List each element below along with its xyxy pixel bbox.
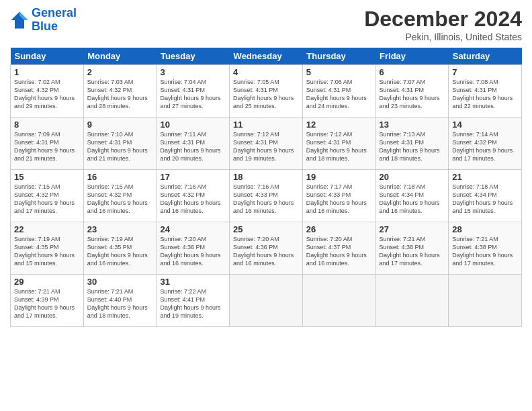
day-info: Sunrise: 7:14 AMSunset: 4:32 PMDaylight … <box>452 130 518 163</box>
calendar-cell: 26Sunrise: 7:20 AMSunset: 4:37 PMDayligh… <box>302 222 375 275</box>
day-number: 24 <box>160 224 226 234</box>
calendar-cell: 25Sunrise: 7:20 AMSunset: 4:36 PMDayligh… <box>230 222 303 275</box>
day-info: Sunrise: 7:19 AMSunset: 4:35 PMDaylight … <box>87 235 153 268</box>
day-info: Sunrise: 7:11 AMSunset: 4:31 PMDaylight … <box>160 130 226 163</box>
calendar-cell: 5Sunrise: 7:06 AMSunset: 4:31 PMDaylight… <box>302 65 375 118</box>
calendar-cell: 8Sunrise: 7:09 AMSunset: 4:31 PMDaylight… <box>11 118 84 170</box>
header: General Blue December 2024 Pekin, Illino… <box>10 7 522 42</box>
day-number: 12 <box>306 120 372 130</box>
weekday-header-saturday: Saturday <box>449 48 522 65</box>
calendar-cell: 19Sunrise: 7:17 AMSunset: 4:33 PMDayligh… <box>302 170 375 222</box>
calendar-cell: 22Sunrise: 7:19 AMSunset: 4:35 PMDayligh… <box>11 222 84 275</box>
calendar-cell <box>449 275 522 327</box>
day-number: 19 <box>306 172 372 182</box>
day-number: 8 <box>14 120 80 130</box>
day-number: 29 <box>14 277 80 287</box>
week-row-2: 8Sunrise: 7:09 AMSunset: 4:31 PMDaylight… <box>11 118 522 170</box>
day-number: 5 <box>306 67 372 77</box>
calendar-cell: 7Sunrise: 7:08 AMSunset: 4:31 PMDaylight… <box>449 65 522 118</box>
day-info: Sunrise: 7:12 AMSunset: 4:31 PMDaylight … <box>306 130 372 163</box>
day-number: 16 <box>87 172 153 182</box>
day-info: Sunrise: 7:21 AMSunset: 4:39 PMDaylight … <box>14 287 80 320</box>
day-info: Sunrise: 7:21 AMSunset: 4:38 PMDaylight … <box>452 235 518 268</box>
day-number: 9 <box>87 120 153 130</box>
day-number: 13 <box>380 120 445 130</box>
logo-text: General Blue <box>32 7 77 34</box>
day-number: 7 <box>452 67 518 77</box>
calendar-cell <box>230 275 303 327</box>
weekday-header-monday: Monday <box>83 48 157 65</box>
calendar-cell: 4Sunrise: 7:05 AMSunset: 4:31 PMDaylight… <box>230 65 303 118</box>
weekday-header-wednesday: Wednesday <box>230 48 303 65</box>
day-info: Sunrise: 7:17 AMSunset: 4:33 PMDaylight … <box>306 183 372 216</box>
month-title: December 2024 <box>364 7 522 32</box>
day-info: Sunrise: 7:08 AMSunset: 4:31 PMDaylight … <box>452 78 518 111</box>
calendar-cell: 10Sunrise: 7:11 AMSunset: 4:31 PMDayligh… <box>157 118 230 170</box>
calendar-cell: 15Sunrise: 7:15 AMSunset: 4:32 PMDayligh… <box>11 170 84 222</box>
weekday-header-thursday: Thursday <box>302 48 375 65</box>
day-number: 4 <box>233 67 299 77</box>
day-info: Sunrise: 7:18 AMSunset: 4:34 PMDaylight … <box>452 183 518 216</box>
day-number: 14 <box>452 120 518 130</box>
location: Pekin, Illinois, United States <box>364 32 522 42</box>
calendar-cell <box>302 275 375 327</box>
day-number: 28 <box>452 224 518 234</box>
week-row-1: 1Sunrise: 7:02 AMSunset: 4:32 PMDaylight… <box>11 65 522 118</box>
day-number: 11 <box>233 120 299 130</box>
weekday-header-tuesday: Tuesday <box>157 48 230 65</box>
calendar-cell: 17Sunrise: 7:16 AMSunset: 4:32 PMDayligh… <box>157 170 230 222</box>
day-number: 21 <box>452 172 518 182</box>
calendar-cell: 27Sunrise: 7:21 AMSunset: 4:38 PMDayligh… <box>375 222 449 275</box>
day-number: 23 <box>87 224 153 234</box>
week-row-5: 29Sunrise: 7:21 AMSunset: 4:39 PMDayligh… <box>11 275 522 327</box>
week-row-3: 15Sunrise: 7:15 AMSunset: 4:32 PMDayligh… <box>11 170 522 222</box>
day-info: Sunrise: 7:05 AMSunset: 4:31 PMDaylight … <box>233 78 299 111</box>
calendar-cell: 28Sunrise: 7:21 AMSunset: 4:38 PMDayligh… <box>449 222 522 275</box>
weekday-header-row: SundayMondayTuesdayWednesdayThursdayFrid… <box>11 48 522 65</box>
calendar-cell: 13Sunrise: 7:13 AMSunset: 4:31 PMDayligh… <box>375 118 449 170</box>
day-number: 31 <box>160 277 226 287</box>
day-info: Sunrise: 7:15 AMSunset: 4:32 PMDaylight … <box>87 183 153 216</box>
calendar-cell: 14Sunrise: 7:14 AMSunset: 4:32 PMDayligh… <box>449 118 522 170</box>
calendar-cell: 12Sunrise: 7:12 AMSunset: 4:31 PMDayligh… <box>302 118 375 170</box>
day-info: Sunrise: 7:16 AMSunset: 4:32 PMDaylight … <box>160 183 226 216</box>
calendar-cell: 24Sunrise: 7:20 AMSunset: 4:36 PMDayligh… <box>157 222 230 275</box>
day-info: Sunrise: 7:20 AMSunset: 4:36 PMDaylight … <box>233 235 299 268</box>
calendar-cell: 18Sunrise: 7:16 AMSunset: 4:33 PMDayligh… <box>230 170 303 222</box>
calendar-cell: 11Sunrise: 7:12 AMSunset: 4:31 PMDayligh… <box>230 118 303 170</box>
calendar-cell: 30Sunrise: 7:21 AMSunset: 4:40 PMDayligh… <box>83 275 157 327</box>
weekday-header-friday: Friday <box>375 48 449 65</box>
day-number: 18 <box>233 172 299 182</box>
day-info: Sunrise: 7:21 AMSunset: 4:38 PMDaylight … <box>380 235 445 268</box>
calendar-cell: 20Sunrise: 7:18 AMSunset: 4:34 PMDayligh… <box>375 170 449 222</box>
day-info: Sunrise: 7:20 AMSunset: 4:36 PMDaylight … <box>160 235 226 268</box>
calendar-cell: 6Sunrise: 7:07 AMSunset: 4:31 PMDaylight… <box>375 65 449 118</box>
day-info: Sunrise: 7:16 AMSunset: 4:33 PMDaylight … <box>233 183 299 216</box>
day-number: 30 <box>87 277 153 287</box>
calendar-cell: 31Sunrise: 7:22 AMSunset: 4:41 PMDayligh… <box>157 275 230 327</box>
day-number: 22 <box>14 224 80 234</box>
day-info: Sunrise: 7:06 AMSunset: 4:31 PMDaylight … <box>306 78 372 111</box>
page-container: General Blue December 2024 Pekin, Illino… <box>0 0 532 334</box>
day-info: Sunrise: 7:13 AMSunset: 4:31 PMDaylight … <box>380 130 445 163</box>
day-info: Sunrise: 7:10 AMSunset: 4:31 PMDaylight … <box>87 130 153 163</box>
day-number: 15 <box>14 172 80 182</box>
day-number: 1 <box>14 67 80 77</box>
calendar-cell: 9Sunrise: 7:10 AMSunset: 4:31 PMDaylight… <box>83 118 157 170</box>
week-row-4: 22Sunrise: 7:19 AMSunset: 4:35 PMDayligh… <box>11 222 522 275</box>
day-number: 6 <box>380 67 445 77</box>
day-info: Sunrise: 7:03 AMSunset: 4:32 PMDaylight … <box>87 78 153 111</box>
day-info: Sunrise: 7:22 AMSunset: 4:41 PMDaylight … <box>160 287 226 320</box>
day-info: Sunrise: 7:12 AMSunset: 4:31 PMDaylight … <box>233 130 299 163</box>
calendar-cell: 1Sunrise: 7:02 AMSunset: 4:32 PMDaylight… <box>11 65 84 118</box>
calendar-table: SundayMondayTuesdayWednesdayThursdayFrid… <box>10 48 522 327</box>
calendar-cell: 21Sunrise: 7:18 AMSunset: 4:34 PMDayligh… <box>449 170 522 222</box>
logo-icon <box>10 11 29 30</box>
calendar-cell <box>375 275 449 327</box>
day-info: Sunrise: 7:19 AMSunset: 4:35 PMDaylight … <box>14 235 80 268</box>
day-info: Sunrise: 7:21 AMSunset: 4:40 PMDaylight … <box>87 287 153 320</box>
calendar-cell: 3Sunrise: 7:04 AMSunset: 4:31 PMDaylight… <box>157 65 230 118</box>
day-info: Sunrise: 7:09 AMSunset: 4:31 PMDaylight … <box>14 130 80 163</box>
day-number: 26 <box>306 224 372 234</box>
title-block: December 2024 Pekin, Illinois, United St… <box>364 7 522 42</box>
